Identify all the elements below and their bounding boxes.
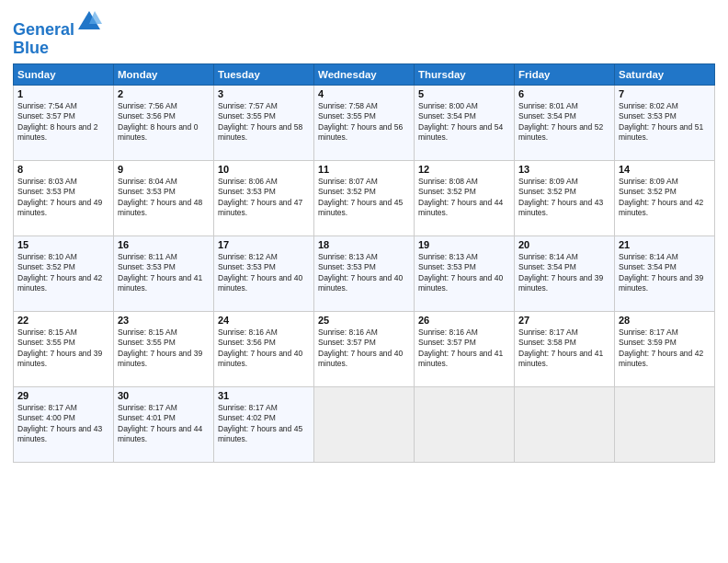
day-number: 31 xyxy=(218,390,310,401)
daylight: Daylight: 7 hours and 45 minutes. xyxy=(218,424,310,445)
sunset: Sunset: 3:53 PM xyxy=(118,187,210,197)
sunrise: Sunrise: 8:17 AM xyxy=(619,327,711,338)
calendar-table: SundayMondayTuesdayWednesdayThursdayFrid… xyxy=(13,63,715,463)
day-number: 18 xyxy=(318,239,410,250)
sunset: Sunset: 4:01 PM xyxy=(118,413,210,423)
sunset: Sunset: 3:53 PM xyxy=(418,262,510,272)
day-number: 19 xyxy=(418,239,510,250)
daylight: Daylight: 7 hours and 52 minutes. xyxy=(518,122,610,144)
daylight: Daylight: 7 hours and 48 minutes. xyxy=(118,198,210,219)
daylight: Daylight: 7 hours and 40 minutes. xyxy=(418,273,510,294)
week-row-2: 15Sunrise: 8:10 AMSunset: 3:52 PMDayligh… xyxy=(14,236,715,311)
calendar-cell: 8Sunrise: 8:03 AMSunset: 3:53 PMDaylight… xyxy=(14,160,114,236)
sunrise: Sunrise: 8:00 AM xyxy=(418,101,510,111)
logo-general: General xyxy=(13,20,74,39)
day-number: 4 xyxy=(318,88,410,99)
sunrise: Sunrise: 7:54 AM xyxy=(17,101,109,111)
calendar-cell: 16Sunrise: 8:11 AMSunset: 3:53 PMDayligh… xyxy=(114,236,214,311)
daylight: Daylight: 7 hours and 58 minutes. xyxy=(218,122,310,144)
sunset: Sunset: 3:54 PM xyxy=(518,262,610,272)
calendar-cell: 3Sunrise: 7:57 AMSunset: 3:55 PMDaylight… xyxy=(214,85,314,160)
daylight: Daylight: 7 hours and 56 minutes. xyxy=(318,122,410,144)
sunrise: Sunrise: 8:14 AM xyxy=(518,252,610,262)
day-number: 2 xyxy=(118,88,210,99)
sunrise: Sunrise: 8:11 AM xyxy=(118,252,210,262)
calendar-cell: 28Sunrise: 8:17 AMSunset: 3:59 PMDayligh… xyxy=(615,311,715,386)
calendar-cell: 30Sunrise: 8:17 AMSunset: 4:01 PMDayligh… xyxy=(114,386,214,462)
calendar-cell: 12Sunrise: 8:08 AMSunset: 3:52 PMDayligh… xyxy=(415,160,515,236)
sunset: Sunset: 3:54 PM xyxy=(418,111,510,121)
sunrise: Sunrise: 8:16 AM xyxy=(318,327,410,338)
calendar-cell: 17Sunrise: 8:12 AMSunset: 3:53 PMDayligh… xyxy=(214,236,314,311)
day-number: 24 xyxy=(218,315,310,326)
day-number: 10 xyxy=(218,164,310,175)
sunrise: Sunrise: 8:09 AM xyxy=(518,177,610,187)
daylight: Daylight: 7 hours and 39 minutes. xyxy=(619,273,711,294)
day-number: 30 xyxy=(118,390,210,401)
day-number: 16 xyxy=(118,239,210,250)
sunrise: Sunrise: 8:16 AM xyxy=(418,327,510,338)
sunset: Sunset: 3:52 PM xyxy=(518,187,610,197)
calendar-cell: 22Sunrise: 8:15 AMSunset: 3:55 PMDayligh… xyxy=(14,311,114,386)
calendar-cell: 2Sunrise: 7:56 AMSunset: 3:56 PMDaylight… xyxy=(114,85,214,160)
calendar-cell: 29Sunrise: 8:17 AMSunset: 4:00 PMDayligh… xyxy=(14,386,114,462)
calendar-cell: 24Sunrise: 8:16 AMSunset: 3:56 PMDayligh… xyxy=(214,311,314,386)
sunrise: Sunrise: 8:13 AM xyxy=(318,252,410,262)
calendar-cell: 23Sunrise: 8:15 AMSunset: 3:55 PMDayligh… xyxy=(114,311,214,386)
sunrise: Sunrise: 8:17 AM xyxy=(218,403,310,413)
sunrise: Sunrise: 8:12 AM xyxy=(218,252,310,262)
calendar-cell: 7Sunrise: 8:02 AMSunset: 3:53 PMDaylight… xyxy=(615,85,715,160)
daylight: Daylight: 7 hours and 43 minutes. xyxy=(518,198,610,219)
calendar-cell: 9Sunrise: 8:04 AMSunset: 3:53 PMDaylight… xyxy=(114,160,214,236)
sunset: Sunset: 3:57 PM xyxy=(318,338,410,348)
calendar-cell: 14Sunrise: 8:09 AMSunset: 3:52 PMDayligh… xyxy=(615,160,715,236)
daylight: Daylight: 7 hours and 40 minutes. xyxy=(218,273,310,294)
sunset: Sunset: 3:53 PM xyxy=(318,262,410,272)
sunset: Sunset: 3:55 PM xyxy=(17,338,109,348)
week-row-1: 8Sunrise: 8:03 AMSunset: 3:53 PMDaylight… xyxy=(14,160,715,236)
calendar-cell: 27Sunrise: 8:17 AMSunset: 3:58 PMDayligh… xyxy=(515,311,615,386)
day-number: 27 xyxy=(518,315,610,326)
calendar-cell xyxy=(515,386,615,462)
daylight: Daylight: 7 hours and 40 minutes. xyxy=(218,349,310,370)
sunrise: Sunrise: 8:01 AM xyxy=(518,101,610,111)
day-number: 28 xyxy=(619,315,711,326)
sunrise: Sunrise: 8:17 AM xyxy=(118,403,210,413)
daylight: Daylight: 7 hours and 39 minutes. xyxy=(118,349,210,370)
sunrise: Sunrise: 7:56 AM xyxy=(118,101,210,111)
day-number: 1 xyxy=(17,88,109,99)
sunrise: Sunrise: 8:17 AM xyxy=(518,327,610,338)
sunrise: Sunrise: 8:15 AM xyxy=(118,327,210,338)
sunset: Sunset: 3:52 PM xyxy=(17,262,109,272)
day-number: 6 xyxy=(518,88,610,99)
header-friday: Friday xyxy=(515,63,615,85)
calendar-cell: 20Sunrise: 8:14 AMSunset: 3:54 PMDayligh… xyxy=(515,236,615,311)
sunrise: Sunrise: 8:17 AM xyxy=(17,403,109,413)
sunset: Sunset: 3:52 PM xyxy=(418,187,510,197)
daylight: Daylight: 7 hours and 41 minutes. xyxy=(518,349,610,370)
sunrise: Sunrise: 8:03 AM xyxy=(17,177,109,187)
daylight: Daylight: 7 hours and 39 minutes. xyxy=(518,273,610,294)
day-number: 25 xyxy=(318,315,410,326)
calendar-cell: 19Sunrise: 8:13 AMSunset: 3:53 PMDayligh… xyxy=(415,236,515,311)
sunrise: Sunrise: 8:04 AM xyxy=(118,177,210,187)
sunrise: Sunrise: 8:02 AM xyxy=(619,101,711,111)
header-wednesday: Wednesday xyxy=(314,63,415,85)
daylight: Daylight: 7 hours and 40 minutes. xyxy=(318,273,410,294)
calendar-cell: 31Sunrise: 8:17 AMSunset: 4:02 PMDayligh… xyxy=(214,386,314,462)
day-number: 15 xyxy=(17,239,109,250)
calendar-cell xyxy=(415,386,515,462)
sunrise: Sunrise: 7:58 AM xyxy=(318,101,410,111)
calendar-cell: 25Sunrise: 8:16 AMSunset: 3:57 PMDayligh… xyxy=(314,311,415,386)
sunset: Sunset: 3:54 PM xyxy=(619,262,711,272)
daylight: Daylight: 7 hours and 44 minutes. xyxy=(418,198,510,219)
calendar-cell: 4Sunrise: 7:58 AMSunset: 3:55 PMDaylight… xyxy=(314,85,415,160)
logo-text: General xyxy=(13,9,102,40)
header-sunday: Sunday xyxy=(14,63,114,85)
day-number: 26 xyxy=(418,315,510,326)
calendar-cell: 10Sunrise: 8:06 AMSunset: 3:53 PMDayligh… xyxy=(214,160,314,236)
sunrise: Sunrise: 7:57 AM xyxy=(218,101,310,111)
sunset: Sunset: 3:57 PM xyxy=(17,111,109,121)
day-number: 3 xyxy=(218,88,310,99)
day-number: 14 xyxy=(619,164,711,175)
